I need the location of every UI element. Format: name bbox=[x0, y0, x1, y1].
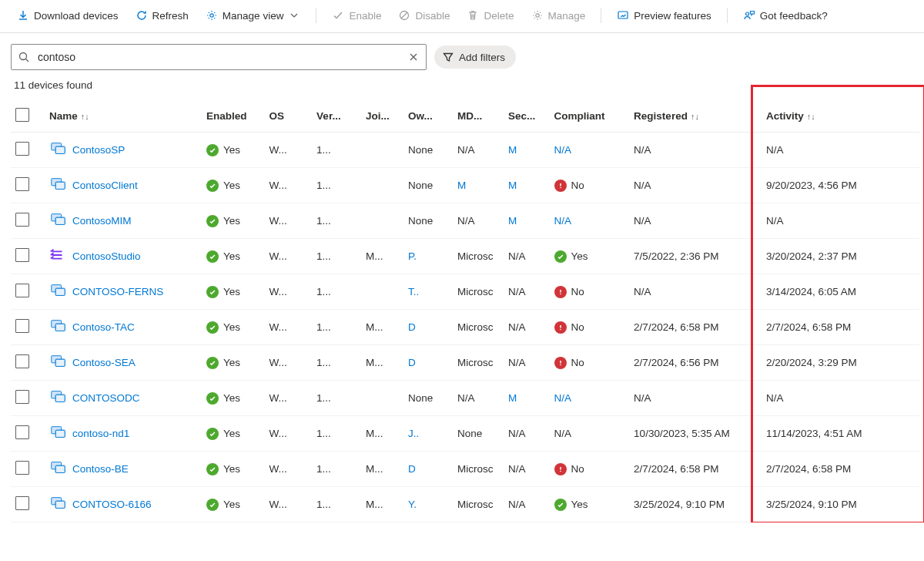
svg-rect-3 bbox=[618, 12, 628, 18]
owner-link[interactable]: J.. bbox=[408, 428, 419, 439]
compliant-na-link[interactable]: N/A bbox=[554, 144, 572, 156]
cell-security: M bbox=[504, 381, 549, 416]
device-name-link[interactable]: Contoso-SEA bbox=[72, 357, 136, 368]
mdm-link[interactable]: M bbox=[457, 180, 466, 191]
cell-os: W... bbox=[264, 133, 312, 168]
compliant-na-link[interactable]: N/A bbox=[554, 215, 572, 227]
table-row: Contoso-SEA YesW...1...M...DMicroscN/A N… bbox=[11, 345, 919, 381]
cell-enabled: Yes bbox=[202, 381, 265, 416]
col-registered[interactable]: Registered↑↓ bbox=[629, 100, 762, 133]
row-checkbox[interactable] bbox=[15, 177, 29, 191]
col-version[interactable]: Ver... bbox=[312, 100, 361, 133]
success-icon bbox=[206, 286, 219, 298]
search-input[interactable] bbox=[36, 50, 401, 64]
cell-name: Contoso-BE bbox=[45, 452, 202, 487]
row-checkbox[interactable] bbox=[15, 496, 29, 510]
device-name-link[interactable]: Contoso-BE bbox=[72, 463, 129, 475]
sort-icon: ↑↓ bbox=[691, 112, 699, 121]
check-icon bbox=[332, 9, 344, 22]
col-join[interactable]: Joi... bbox=[361, 100, 403, 133]
owner-link[interactable]: D bbox=[408, 357, 416, 368]
device-name-link[interactable]: ContosoStudio bbox=[72, 250, 141, 262]
compliant-na-link[interactable]: N/A bbox=[554, 392, 572, 404]
cell-version: 1... bbox=[312, 381, 361, 416]
cell-version: 1... bbox=[312, 416, 361, 452]
download-devices-label: Download devices bbox=[34, 10, 119, 22]
cell-compliant: No bbox=[550, 452, 630, 487]
col-compliant[interactable]: Compliant bbox=[550, 100, 630, 133]
cell-compliant: Yes bbox=[550, 487, 630, 522]
sort-icon: ↑↓ bbox=[81, 112, 89, 121]
cell-os: W... bbox=[264, 381, 312, 416]
cell-os: W... bbox=[264, 416, 312, 452]
row-checkbox[interactable] bbox=[15, 390, 29, 404]
delete-label: Delete bbox=[484, 10, 514, 22]
device-name-link[interactable]: CONTOSO-6166 bbox=[72, 499, 152, 510]
col-enabled[interactable]: Enabled bbox=[202, 100, 265, 133]
manage-view-button[interactable]: Manage view bbox=[199, 6, 307, 25]
cell-owner: None bbox=[403, 168, 453, 203]
block-icon bbox=[398, 9, 410, 22]
device-table: Name↑↓ Enabled OS Ver... Joi... Ow... MD… bbox=[11, 100, 919, 522]
device-table-container: Name↑↓ Enabled OS Ver... Joi... Ow... MD… bbox=[0, 100, 924, 522]
add-filters-button[interactable]: Add filters bbox=[434, 45, 516, 69]
cell-name: CONTOSO-FERNS bbox=[45, 274, 202, 310]
cell-mdm: Microsc bbox=[453, 274, 504, 310]
owner-link[interactable]: P. bbox=[408, 250, 417, 262]
row-checkbox[interactable] bbox=[15, 354, 29, 368]
search-box[interactable] bbox=[11, 44, 427, 70]
cell-registered: N/A bbox=[629, 133, 762, 168]
feedback-button[interactable]: Got feedback? bbox=[737, 6, 834, 25]
col-mdm[interactable]: MD... bbox=[453, 100, 504, 133]
col-owner[interactable]: Ow... bbox=[403, 100, 453, 133]
svg-point-4 bbox=[745, 12, 748, 15]
owner-link[interactable]: D bbox=[408, 321, 416, 333]
cell-name: CONTOSO-6166 bbox=[45, 487, 202, 522]
row-checkbox[interactable] bbox=[15, 142, 29, 156]
security-link[interactable]: M bbox=[508, 144, 517, 156]
cell-name: ContosoSP bbox=[45, 133, 202, 168]
col-select-all[interactable] bbox=[11, 100, 45, 133]
cell-owner: None bbox=[403, 381, 453, 416]
cell-select bbox=[11, 239, 45, 274]
owner-link[interactable]: T.. bbox=[408, 286, 419, 297]
row-checkbox[interactable] bbox=[15, 213, 29, 227]
svg-point-5 bbox=[20, 53, 27, 60]
row-checkbox[interactable] bbox=[15, 248, 29, 262]
device-name-link[interactable]: ContosoMIM bbox=[72, 215, 132, 227]
security-link[interactable]: M bbox=[508, 392, 517, 404]
device-name-link[interactable]: Contoso-TAC bbox=[72, 321, 135, 333]
clear-search-icon[interactable] bbox=[407, 51, 420, 63]
col-os[interactable]: OS bbox=[264, 100, 312, 133]
cell-owner: J.. bbox=[403, 416, 453, 452]
device-icon bbox=[49, 459, 66, 479]
download-devices-button[interactable]: Download devices bbox=[11, 6, 125, 25]
col-activity[interactable]: Activity↑↓ bbox=[762, 100, 919, 133]
cell-activity: 2/7/2024, 6:58 PM bbox=[762, 452, 919, 487]
preview-features-button[interactable]: Preview features bbox=[611, 6, 718, 25]
col-security[interactable]: Sec... bbox=[504, 100, 549, 133]
refresh-label: Refresh bbox=[152, 10, 189, 22]
device-name-link[interactable]: CONTOSODC bbox=[72, 392, 140, 404]
owner-link[interactable]: Y. bbox=[408, 499, 417, 510]
security-link[interactable]: M bbox=[508, 180, 517, 191]
cell-name: ContosoMIM bbox=[45, 203, 202, 239]
refresh-button[interactable]: Refresh bbox=[129, 6, 195, 25]
select-all-checkbox[interactable] bbox=[15, 108, 29, 122]
row-checkbox[interactable] bbox=[15, 425, 29, 439]
cell-os: W... bbox=[264, 203, 312, 239]
row-checkbox[interactable] bbox=[15, 461, 29, 475]
owner-link[interactable]: D bbox=[408, 463, 416, 475]
success-icon bbox=[206, 357, 219, 369]
col-name[interactable]: Name↑↓ bbox=[45, 100, 202, 133]
device-name-link[interactable]: CONTOSO-FERNS bbox=[72, 286, 163, 297]
row-checkbox[interactable] bbox=[15, 284, 29, 297]
row-checkbox[interactable] bbox=[15, 319, 29, 333]
device-name-link[interactable]: ContosoSP bbox=[72, 144, 125, 156]
cell-owner: D bbox=[403, 345, 453, 381]
security-link[interactable]: M bbox=[508, 215, 517, 227]
cell-version: 1... bbox=[312, 239, 361, 274]
device-name-link[interactable]: ContosoClient bbox=[72, 180, 138, 191]
device-name-link[interactable]: contoso-nd1 bbox=[72, 428, 129, 439]
cell-name: ContosoStudio bbox=[45, 239, 202, 274]
